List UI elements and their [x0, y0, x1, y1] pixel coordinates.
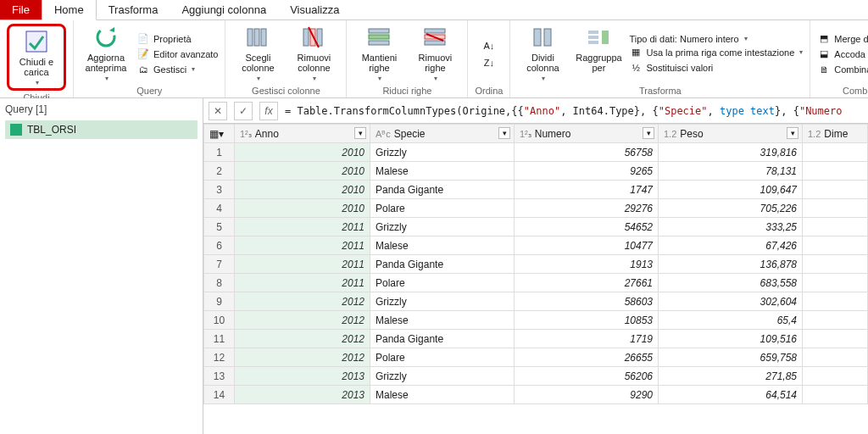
- formula-text[interactable]: = Table.TransformColumnTypes(Origine,{{"…: [285, 105, 863, 117]
- cell-dim[interactable]: [803, 274, 868, 292]
- column-header-numero[interactable]: 1²₃Numero▾: [515, 125, 659, 143]
- table-row[interactable]: 142013Malese929064,514: [204, 386, 868, 404]
- row-number[interactable]: 8: [204, 274, 235, 292]
- cell-peso[interactable]: 136,878: [659, 255, 803, 274]
- cell-numero[interactable]: 56206: [515, 367, 659, 386]
- cell-peso[interactable]: 67,426: [659, 236, 803, 255]
- cell-specie[interactable]: Grizzly: [370, 367, 515, 386]
- row-number[interactable]: 3: [204, 181, 235, 199]
- row-number[interactable]: 13: [204, 367, 235, 386]
- table-row[interactable]: 52011Grizzly54652333,25: [204, 218, 868, 236]
- cell-peso[interactable]: 64,514: [659, 386, 803, 404]
- cell-peso[interactable]: 302,604: [659, 292, 803, 311]
- cell-anno[interactable]: 2011: [235, 255, 370, 274]
- cell-anno[interactable]: 2011: [235, 236, 370, 255]
- filter-dropdown-icon[interactable]: ▾: [354, 127, 366, 139]
- table-row[interactable]: 132013Grizzly56206271,85: [204, 367, 868, 386]
- tab-home[interactable]: Home: [42, 0, 97, 20]
- cell-specie[interactable]: Polare: [370, 274, 515, 292]
- cell-anno[interactable]: 2012: [235, 330, 370, 348]
- filter-dropdown-icon[interactable]: ▾: [643, 127, 654, 139]
- column-header-peso[interactable]: 1.2Peso▾: [659, 125, 803, 143]
- cell-numero[interactable]: 9290: [515, 386, 659, 404]
- cell-numero[interactable]: 54652: [515, 218, 659, 236]
- cell-peso[interactable]: 705,226: [659, 199, 803, 218]
- cell-peso[interactable]: 319,816: [659, 143, 803, 162]
- cell-specie[interactable]: Panda Gigante: [370, 330, 515, 348]
- filter-dropdown-icon[interactable]: ▾: [498, 127, 510, 139]
- table-row[interactable]: 42010Polare29276705,226: [204, 199, 868, 218]
- remove-columns-button[interactable]: Rimuovi colonne▾: [288, 24, 339, 82]
- cell-peso[interactable]: 65,4: [659, 311, 803, 330]
- cell-anno[interactable]: 2010: [235, 199, 370, 218]
- data-grid[interactable]: ▦▾ 1²₃Anno▾ AᴮcSpecie▾ 1²₃Numero▾ 1.2Pes…: [203, 124, 868, 434]
- split-column-button[interactable]: Dividi colonna▾: [517, 24, 568, 82]
- cell-anno[interactable]: 2013: [235, 367, 370, 386]
- cell-numero[interactable]: 58603: [515, 292, 659, 311]
- cell-specie[interactable]: Malese: [370, 386, 515, 404]
- cell-specie[interactable]: Malese: [370, 236, 515, 255]
- cell-specie[interactable]: Grizzly: [370, 292, 515, 311]
- cell-peso[interactable]: 109,516: [659, 330, 803, 348]
- row-number[interactable]: 10: [204, 311, 235, 330]
- cell-specie[interactable]: Polare: [370, 199, 515, 218]
- table-row[interactable]: 92012Grizzly58603302,604: [204, 292, 868, 311]
- cell-numero[interactable]: 9265: [515, 162, 659, 181]
- grid-corner[interactable]: ▦▾: [204, 125, 235, 143]
- tab-view[interactable]: Visualizza: [278, 0, 351, 19]
- replace-values-button[interactable]: ½Sostituisci valori: [629, 61, 803, 75]
- cell-peso[interactable]: 683,558: [659, 274, 803, 292]
- cell-specie[interactable]: Polare: [370, 348, 515, 367]
- cell-peso[interactable]: 659,758: [659, 348, 803, 367]
- cell-specie[interactable]: Grizzly: [370, 143, 515, 162]
- cell-numero[interactable]: 1913: [515, 255, 659, 274]
- combine-files-button[interactable]: 🗎Combina file: [817, 63, 868, 76]
- row-number[interactable]: 7: [204, 255, 235, 274]
- properties-button[interactable]: 📄Proprietà: [136, 32, 218, 46]
- row-number[interactable]: 6: [204, 236, 235, 255]
- close-load-button[interactable]: Chiudi e carica▾: [11, 28, 62, 86]
- merge-queries-button[interactable]: ⬒Merge di query▾: [817, 32, 868, 46]
- tab-file[interactable]: File: [0, 0, 42, 19]
- cell-numero[interactable]: 10477: [515, 236, 659, 255]
- cell-dim[interactable]: [803, 311, 868, 330]
- cell-anno[interactable]: 2012: [235, 348, 370, 367]
- cell-dim[interactable]: [803, 348, 868, 367]
- cell-anno[interactable]: 2012: [235, 311, 370, 330]
- cell-specie[interactable]: Malese: [370, 162, 515, 181]
- row-number[interactable]: 11: [204, 330, 235, 348]
- cell-dim[interactable]: [803, 330, 868, 348]
- row-number[interactable]: 12: [204, 348, 235, 367]
- row-number[interactable]: 14: [204, 386, 235, 404]
- table-row[interactable]: 12010Grizzly56758319,816: [204, 143, 868, 162]
- table-row[interactable]: 62011Malese1047767,426: [204, 236, 868, 255]
- row-number[interactable]: 2: [204, 162, 235, 181]
- manage-button[interactable]: 🗂Gestisci▾: [136, 63, 218, 76]
- cell-numero[interactable]: 1747: [515, 181, 659, 199]
- datatype-button[interactable]: Tipo di dati: Numero intero▾: [629, 34, 803, 44]
- cell-numero[interactable]: 10853: [515, 311, 659, 330]
- keep-rows-button[interactable]: Mantieni righe▾: [353, 24, 404, 82]
- advanced-editor-button[interactable]: 📝Editor avanzato: [136, 47, 218, 61]
- tab-add-column[interactable]: Aggiungi colonna: [170, 0, 278, 19]
- cell-dim[interactable]: [803, 218, 868, 236]
- sort-asc-button[interactable]: A↓: [482, 39, 496, 53]
- choose-columns-button[interactable]: Scegli colonne▾: [232, 24, 283, 82]
- cell-anno[interactable]: 2010: [235, 162, 370, 181]
- table-row[interactable]: 122012Polare26655659,758: [204, 348, 868, 367]
- cell-anno[interactable]: 2011: [235, 274, 370, 292]
- cell-anno[interactable]: 2012: [235, 292, 370, 311]
- cell-specie[interactable]: Panda Gigante: [370, 181, 515, 199]
- cell-numero[interactable]: 29276: [515, 199, 659, 218]
- cell-dim[interactable]: [803, 292, 868, 311]
- table-row[interactable]: 82011Polare27661683,558: [204, 274, 868, 292]
- cell-anno[interactable]: 2013: [235, 386, 370, 404]
- cell-dim[interactable]: [803, 162, 868, 181]
- cell-peso[interactable]: 109,647: [659, 181, 803, 199]
- filter-dropdown-icon[interactable]: ▾: [787, 127, 798, 139]
- column-header-specie[interactable]: AᴮcSpecie▾: [370, 125, 515, 143]
- cell-numero[interactable]: 26655: [515, 348, 659, 367]
- cell-dim[interactable]: [803, 143, 868, 162]
- first-row-header-button[interactable]: ▦Usa la prima riga come intestazione▾: [629, 46, 803, 59]
- table-row[interactable]: 112012Panda Gigante1719109,516: [204, 330, 868, 348]
